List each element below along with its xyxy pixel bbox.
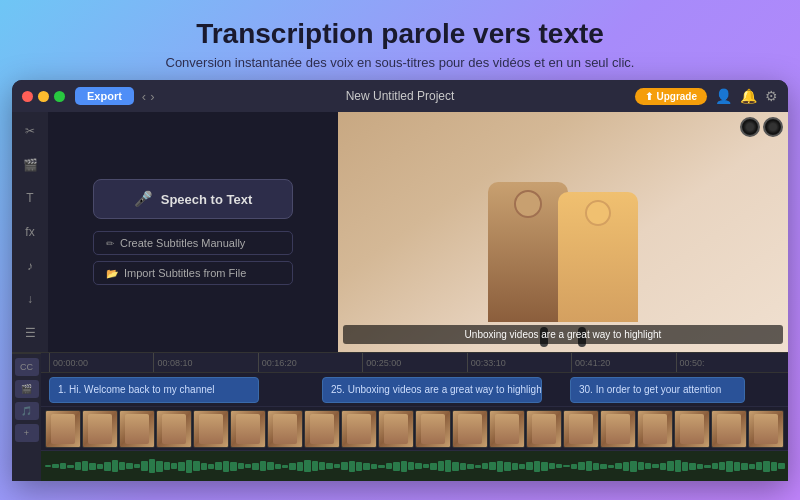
timeline-section: CC 🎬 🎵 + 00:00:00 00:08:10 00:16:20 00:2…: [12, 352, 788, 481]
timeline-icon-4[interactable]: +: [15, 424, 39, 442]
waveform-bar: [149, 459, 155, 473]
video-thumb-19: [711, 410, 747, 448]
waveform-bar: [97, 464, 103, 469]
video-thumb-10: [378, 410, 414, 448]
tool-media[interactable]: 🎬: [19, 154, 41, 176]
import-subtitles-label: Import Subtitles from File: [124, 267, 246, 279]
waveform-bar: [771, 462, 777, 471]
video-thumb-17: [637, 410, 673, 448]
tool-download[interactable]: ↓: [19, 289, 41, 311]
forward-arrow[interactable]: ›: [150, 89, 154, 104]
ruler-mark-6: 00:50:: [676, 353, 780, 372]
waveform-bar: [719, 462, 725, 470]
waveform-bar: [704, 465, 710, 468]
waveform-bar: [726, 461, 732, 472]
tool-menu[interactable]: ☰: [19, 322, 41, 344]
person-left: [488, 182, 568, 322]
waveform-bar: [267, 462, 273, 470]
waveform-bar: [734, 462, 740, 471]
waveform-bar: [526, 462, 532, 470]
tool-text[interactable]: T: [19, 187, 41, 209]
speech-to-text-label: Speech to Text: [161, 192, 253, 207]
waveform-bar: [778, 463, 784, 469]
waveform-bar: [215, 462, 221, 470]
waveform-bar: [282, 465, 288, 468]
ruler-mark-4: 00:33:10: [467, 353, 571, 372]
waveform-bar: [208, 464, 214, 469]
ruler-marks: 00:00:00 00:08:10 00:16:20 00:25:00 00:3…: [49, 353, 780, 372]
subtitle-clip-1[interactable]: 1. Hi. Welcome back to my channel: [49, 377, 259, 403]
tool-audio[interactable]: ♪: [19, 255, 41, 277]
maximize-button[interactable]: [54, 91, 65, 102]
waveform-bar: [89, 463, 95, 470]
waveform-bar: [164, 462, 170, 470]
waveform-bar: [386, 463, 392, 469]
video-track: [41, 407, 788, 451]
nav-arrows: ‹ ›: [142, 89, 155, 104]
user-icon[interactable]: 👤: [715, 88, 732, 104]
upgrade-button[interactable]: ⬆ Upgrade: [635, 88, 707, 105]
close-button[interactable]: [22, 91, 33, 102]
tool-effects[interactable]: fx: [19, 221, 41, 243]
waveform-bar: [230, 462, 236, 471]
waveform-bar: [319, 462, 325, 470]
video-thumb-7: [267, 410, 303, 448]
bell-icon[interactable]: 🔔: [740, 88, 757, 104]
waveform-bar: [223, 461, 229, 472]
waveform-bar: [519, 464, 525, 469]
main-content: ✂ 🎬 T fx ♪ ↓ ☰ 🎤 Speech to Text ✏ Create…: [12, 112, 788, 352]
waveform-bar: [534, 461, 540, 472]
waveform-bar: [341, 462, 347, 470]
titlebar-right: ⬆ Upgrade 👤 🔔 ⚙: [635, 88, 778, 105]
tool-scissors[interactable]: ✂: [19, 120, 41, 142]
waveform-bar: [245, 464, 251, 468]
ruler-mark-2: 00:16:20: [258, 353, 362, 372]
subtitle-clip-3-text: 30. In order to get your attention: [579, 384, 721, 395]
import-icon: 📂: [106, 268, 118, 279]
create-subtitles-label: Create Subtitles Manually: [120, 237, 245, 249]
waveform-bar: [178, 462, 184, 471]
timeline-icon-2[interactable]: 🎬: [15, 380, 39, 398]
import-subtitles-button[interactable]: 📂 Import Subtitles from File: [93, 261, 293, 285]
waveform-bar: [186, 460, 192, 473]
waveform-bar: [304, 460, 310, 472]
subtitle-clip-2-text: 25. Unboxing videos are a great way to h…: [331, 384, 542, 395]
waveform-bar: [371, 464, 377, 469]
vinyl-2: [763, 117, 783, 137]
gear-icon[interactable]: ⚙: [765, 88, 778, 104]
create-subtitles-manually-button[interactable]: ✏ Create Subtitles Manually: [93, 231, 293, 255]
waveform-bar: [119, 462, 125, 470]
waveform-bar: [126, 463, 132, 469]
back-arrow[interactable]: ‹: [142, 89, 146, 104]
timeline-icon-1[interactable]: CC: [15, 358, 39, 376]
subtitle-options: ✏ Create Subtitles Manually 📂 Import Sub…: [93, 231, 293, 285]
waveform-bar: [623, 462, 629, 471]
video-thumb-20: [748, 410, 784, 448]
subtitle-clip-2[interactable]: 25. Unboxing videos are a great way to h…: [322, 377, 542, 403]
titlebar: Export ‹ › New Untitled Project ⬆ Upgrad…: [12, 80, 788, 112]
project-name: New Untitled Project: [346, 89, 455, 103]
app-window: Export ‹ › New Untitled Project ⬆ Upgrad…: [12, 80, 788, 481]
waveform-bar: [556, 464, 562, 468]
timeline-icon-3[interactable]: 🎵: [15, 402, 39, 420]
waveform-bar: [608, 465, 614, 468]
timeline-left-panel: CC 🎬 🎵 +: [12, 353, 41, 481]
subtitle-clip-3[interactable]: 30. In order to get your attention: [570, 377, 745, 403]
video-thumb-6: [230, 410, 266, 448]
waveform-bar: [201, 463, 207, 470]
video-thumb-2: [82, 410, 118, 448]
waveform-bar: [134, 464, 140, 468]
waveform-bar: [645, 463, 651, 469]
minimize-button[interactable]: [38, 91, 49, 102]
waveform-bar: [497, 461, 503, 472]
video-thumb-4: [156, 410, 192, 448]
waveform-bar: [423, 464, 429, 468]
waveform-bar: [675, 460, 681, 472]
waveform-bar: [467, 464, 473, 469]
ruler-mark-1: 00:08:10: [153, 353, 257, 372]
waveform-bar: [445, 460, 451, 472]
speech-to-text-button[interactable]: 🎤 Speech to Text: [93, 179, 293, 219]
edit-icon: ✏: [106, 238, 114, 249]
editor-area: 🎤 Speech to Text ✏ Create Subtitles Manu…: [48, 112, 788, 352]
export-button[interactable]: Export: [75, 87, 134, 105]
